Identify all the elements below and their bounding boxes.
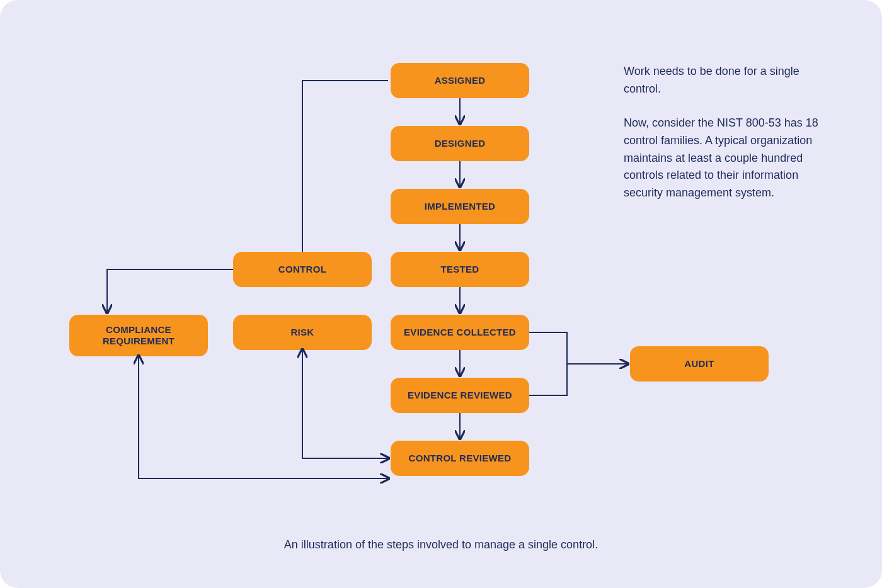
node-audit: AUDIT <box>630 346 769 382</box>
node-evidence-reviewed: EVIDENCE REVIEWED <box>391 378 529 413</box>
node-compliance-requirement: COMPLIANCE REQUIREMENT <box>69 315 208 356</box>
side-text-p2: Now, consider the NIST 800-53 has 18 con… <box>624 115 819 202</box>
node-evidence-collected: EVIDENCE COLLECTED <box>391 315 529 350</box>
side-text-p1: Work needs to be done for a single contr… <box>624 63 819 98</box>
diagram-canvas: ASSIGNED DESIGNED IMPLEMENTED TESTED EVI… <box>0 0 882 588</box>
node-designed: DESIGNED <box>391 126 529 161</box>
node-implemented: IMPLEMENTED <box>391 189 529 224</box>
node-control-reviewed: CONTROL REVIEWED <box>391 441 529 476</box>
node-control: CONTROL <box>233 252 372 287</box>
node-risk: RISK <box>233 315 372 350</box>
caption: An illustration of the steps involved to… <box>0 538 882 551</box>
node-tested: TESTED <box>391 252 529 287</box>
side-text: Work needs to be done for a single contr… <box>624 63 819 218</box>
node-assigned: ASSIGNED <box>391 63 529 98</box>
